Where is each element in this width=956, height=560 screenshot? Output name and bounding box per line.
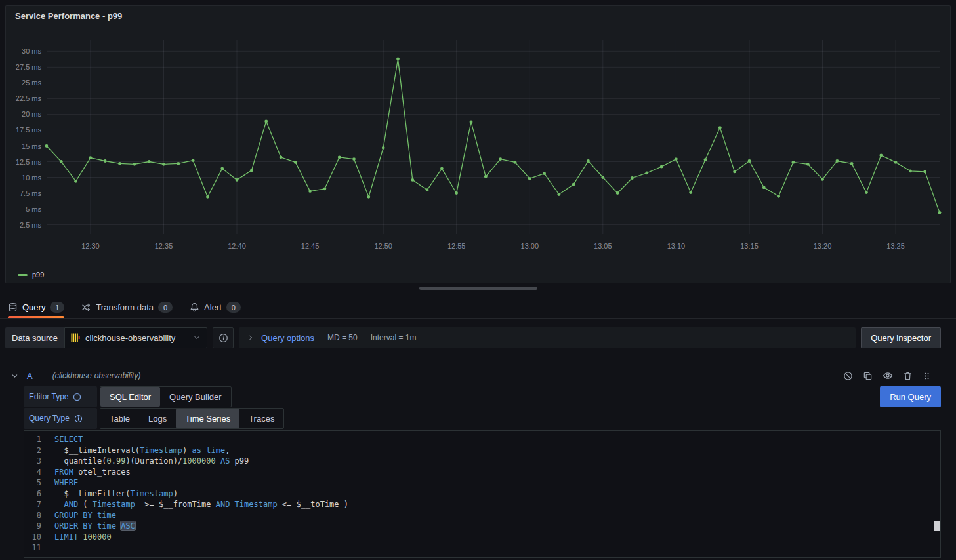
query-options-link[interactable]: Query options <box>261 333 314 343</box>
line-number: 5 <box>24 477 41 489</box>
editor-tabs: Query 1 Transform data 0 Alert 0 <box>0 296 956 319</box>
query-type-traces[interactable]: Traces <box>239 409 283 428</box>
svg-text:12:45: 12:45 <box>301 242 320 250</box>
line-number: 3 <box>24 456 41 467</box>
ban-icon <box>843 371 853 381</box>
query-type-group: Table Logs Time Series Traces <box>100 408 284 429</box>
query-type-label-text: Query Type <box>29 414 70 423</box>
datasource-toolbar: Data source clickhouse-observability Que… <box>5 327 941 348</box>
line-number: 2 <box>24 445 41 456</box>
datasource-label: Data source <box>5 327 64 348</box>
code-line[interactable]: quantile(0.99)(Duration)/1000000 AS p99 <box>54 456 940 467</box>
tab-alert-label: Alert <box>204 302 222 312</box>
panel-header[interactable]: Service Performance - p99 <box>6 6 950 26</box>
svg-text:15 ms: 15 ms <box>22 142 41 150</box>
line-number: 7 <box>24 499 41 510</box>
timeseries-chart[interactable]: 2.5 ms5 ms7.5 ms10 ms12.5 ms15 ms17.5 ms… <box>9 24 949 259</box>
datasource-value: clickhouse-observability <box>85 333 175 343</box>
svg-text:12:50: 12:50 <box>374 242 392 250</box>
code-line[interactable]: GROUP BY time <box>54 510 940 521</box>
editor-overview-cursor-marker <box>934 521 940 531</box>
code-line[interactable]: $__timeInterval(Timestamp) as time, <box>54 445 940 456</box>
query-ref-id[interactable]: A <box>27 371 33 381</box>
query-row-header: A (clickhouse-observability) <box>5 365 936 386</box>
svg-text:12:35: 12:35 <box>155 242 173 250</box>
editor-type-query-builder[interactable]: Query Builder <box>160 387 230 407</box>
svg-text:12:40: 12:40 <box>228 242 246 250</box>
remove-query-button[interactable] <box>903 371 913 381</box>
editor-type-label: Editor Type <box>24 386 97 407</box>
code-line[interactable]: LIMIT 100000 <box>54 532 940 543</box>
line-number: 4 <box>24 467 41 478</box>
duplicate-query-button[interactable] <box>863 371 873 381</box>
svg-text:30 ms: 30 ms <box>22 47 41 55</box>
code-line[interactable]: ORDER BY time ASC <box>54 521 940 532</box>
editor-type-sql-editor[interactable]: SQL Editor <box>100 387 160 407</box>
clickhouse-logo <box>71 333 80 342</box>
line-number: 8 <box>24 510 41 521</box>
tab-transform-label: Transform data <box>96 302 154 312</box>
sql-gutter: 1234567891011 <box>24 431 41 557</box>
editor-type-label-text: Editor Type <box>29 392 68 401</box>
editor-type-info-icon[interactable] <box>73 393 81 401</box>
line-number: 10 <box>24 532 41 543</box>
line-number: 1 <box>24 434 41 445</box>
svg-text:2.5 ms: 2.5 ms <box>20 221 42 229</box>
svg-text:13:05: 13:05 <box>594 242 612 250</box>
transform-icon <box>81 302 91 312</box>
sql-code[interactable]: SELECT $__timeInterval(Timestamp) as tim… <box>41 431 940 557</box>
svg-text:13:20: 13:20 <box>814 242 832 250</box>
chart-panel: Service Performance - p99 2.5 ms5 ms7.5 … <box>5 5 951 283</box>
query-type-info-icon[interactable] <box>74 414 83 423</box>
svg-text:5 ms: 5 ms <box>26 205 41 213</box>
chevron-right-icon <box>247 334 255 342</box>
bell-icon <box>190 302 199 312</box>
svg-text:10 ms: 10 ms <box>22 174 41 182</box>
query-row-actions <box>843 370 931 381</box>
svg-text:13:25: 13:25 <box>886 242 905 250</box>
svg-text:13:10: 13:10 <box>667 242 686 250</box>
code-line[interactable] <box>54 542 940 553</box>
line-number: 9 <box>24 521 41 532</box>
query-type-time-series[interactable]: Time Series <box>176 409 239 428</box>
chart-legend[interactable]: p99 <box>18 271 44 279</box>
query-options-interval: Interval = 1m <box>371 333 417 342</box>
drag-handle-icon <box>923 371 931 381</box>
code-line[interactable]: $__timeFilter(Timestamp) <box>54 489 940 500</box>
legend-series-swatch <box>18 274 28 276</box>
collapse-chevron-icon[interactable] <box>10 372 19 380</box>
code-line[interactable]: WHERE <box>54 477 940 489</box>
datasource-help-button[interactable] <box>213 327 234 348</box>
horizontal-scrollbar-thumb[interactable] <box>419 287 537 290</box>
query-options-bar[interactable]: Query options MD = 50 Interval = 1m <box>239 327 856 348</box>
query-editor-controls: Editor Type SQL Editor Query Builder Run… <box>24 386 941 430</box>
tab-query[interactable]: Query 1 <box>8 296 64 318</box>
query-datasource-hint: (clickhouse-observability) <box>52 371 141 380</box>
code-line[interactable]: SELECT <box>54 434 940 445</box>
database-icon <box>8 302 18 312</box>
editor-type-group: SQL Editor Query Builder <box>100 386 232 407</box>
line-number: 6 <box>24 489 41 500</box>
run-query-button[interactable]: Run Query <box>880 386 941 407</box>
sql-editor[interactable]: 1234567891011 SELECT $__timeInterval(Tim… <box>24 430 941 558</box>
tab-alert[interactable]: Alert 0 <box>190 296 241 318</box>
drag-query-handle[interactable] <box>923 371 931 381</box>
datasource-picker[interactable]: clickhouse-observability <box>64 327 207 348</box>
svg-text:20 ms: 20 ms <box>22 110 41 118</box>
tab-query-label: Query <box>22 302 45 312</box>
hide-response-button[interactable] <box>883 370 893 381</box>
disable-query-button[interactable] <box>843 371 853 381</box>
query-type-logs[interactable]: Logs <box>139 409 176 428</box>
tab-transform-data[interactable]: Transform data 0 <box>81 296 173 318</box>
copy-icon <box>863 371 873 381</box>
tab-transform-count: 0 <box>158 302 173 313</box>
svg-text:25 ms: 25 ms <box>22 79 41 87</box>
query-type-table[interactable]: Table <box>100 409 139 428</box>
info-icon <box>218 333 228 343</box>
svg-text:12:55: 12:55 <box>447 242 466 250</box>
code-line[interactable]: AND ( Timestamp >= $__fromTime AND Times… <box>54 499 940 510</box>
tab-query-count: 1 <box>50 302 64 313</box>
query-inspector-button[interactable]: Query inspector <box>861 327 941 348</box>
code-line[interactable]: FROM otel_traces <box>54 467 940 478</box>
svg-text:17.5 ms: 17.5 ms <box>16 126 42 134</box>
